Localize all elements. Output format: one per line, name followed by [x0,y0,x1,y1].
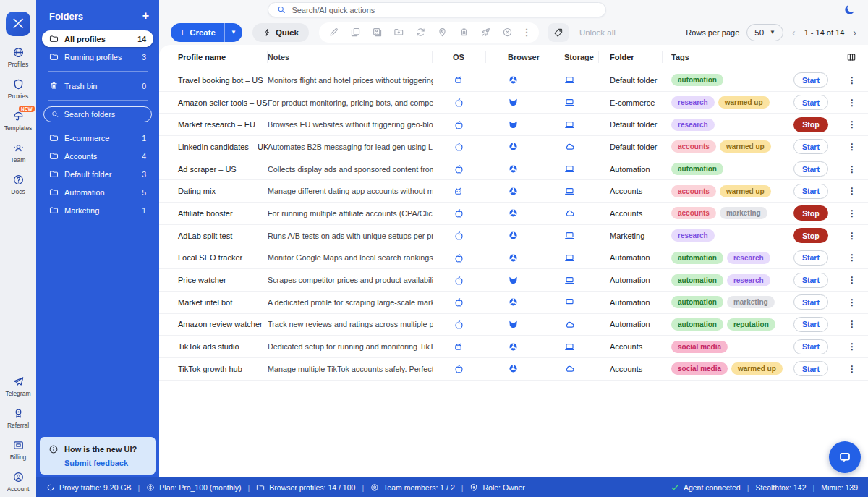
unlock-all-label[interactable]: Unlock all [579,28,616,37]
table-row[interactable]: TikTok ads studioDedicated setup for run… [159,336,868,358]
tag-research: research [671,229,715,242]
folder-item-all-profiles[interactable]: All profiles14 [42,30,153,47]
table-row[interactable]: Travel booking bot – USMonitors flight a… [159,69,868,92]
start-button[interactable]: Start [793,294,828,310]
pagination-next-button[interactable]: › [851,27,858,38]
sidebar-item-telegram[interactable]: Telegram [0,375,36,397]
start-button[interactable]: Start [793,250,828,266]
folder-item-e-commerce[interactable]: E-commerce1 [42,129,153,146]
stop-button[interactable]: Stop [793,205,828,221]
table-row[interactable]: AdLab split testRuns A/B tests on ads wi… [159,225,868,247]
row-menu-icon[interactable]: ⋮ [848,209,856,218]
column-folder[interactable]: Folder [599,51,663,63]
sidebar-item-templates[interactable]: NEWTemplates [0,110,36,132]
column-tags[interactable]: Tags [663,51,786,63]
folder-item-trash-bin[interactable]: Trash bin0 [42,77,153,94]
column-browser[interactable]: Browser [486,51,542,63]
row-menu-icon[interactable]: ⋮ [848,187,856,195]
create-button[interactable]: +Create ▼ [171,23,242,42]
edit-button[interactable] [323,22,345,43]
start-button[interactable]: Start [793,361,828,376]
start-button[interactable]: Start [793,72,828,88]
multilogin-logo[interactable]: ⤫ [6,12,30,36]
row-menu-icon[interactable]: ⋮ [848,253,856,262]
mimic-browser-icon [508,230,542,241]
sidebar-item-proxies[interactable]: Proxies [0,78,36,100]
row-menu-icon[interactable]: ⋮ [848,342,856,351]
search-folders-input[interactable] [64,110,144,119]
sidebar-item-team[interactable]: Team [0,142,36,163]
row-menu-icon[interactable]: ⋮ [848,231,856,240]
folder-count: 4 [142,152,146,161]
row-menu-icon[interactable]: ⋮ [848,365,856,373]
quick-button[interactable]: Quick [252,23,309,42]
stealthfox-browser-icon [508,275,542,286]
stop-circle-button[interactable] [497,22,519,43]
folder-item-default-folder[interactable]: Default folder3 [42,166,153,182]
sidebar-item-billing[interactable]: Billing [0,439,36,461]
table-row[interactable]: Dating mixManage different dating app ac… [159,180,868,203]
column-storage[interactable]: Storage [542,51,599,63]
global-search[interactable] [268,2,606,17]
row-menu-icon[interactable]: ⋮ [848,98,856,107]
row-menu-icon[interactable]: ⋮ [848,298,856,307]
proxy-pin-button[interactable] [432,22,454,43]
column-notes[interactable]: Notes [268,51,433,63]
column-settings-icon[interactable] [846,52,856,62]
sidebar-item-referral[interactable]: Referral [0,407,36,429]
create-dropdown-caret[interactable]: ▼ [225,29,242,35]
start-button[interactable]: Start [793,317,828,332]
duplicate-button[interactable] [345,22,367,43]
row-menu-icon[interactable]: ⋮ [848,143,856,151]
folder-item-accounts[interactable]: Accounts4 [42,148,153,164]
column-profile-name[interactable]: Profile name [159,51,268,63]
table-row[interactable]: Price watcherScrapes competitor prices a… [159,269,868,292]
live-chat-button[interactable] [829,441,861,473]
sidebar-item-profiles[interactable]: Profiles [0,46,36,68]
start-button[interactable]: Start [793,139,828,154]
table-row[interactable]: Local SEO trackerMonitor Google Maps and… [159,247,868,270]
pagination-prev-button[interactable]: ‹ [791,27,797,38]
delete-button[interactable] [454,22,475,43]
table-row[interactable]: Amazon seller tools – USFor product moni… [159,92,868,114]
search-folders-box[interactable] [43,106,152,122]
start-button[interactable]: Start [793,161,828,177]
tag-button[interactable] [548,23,569,42]
move-to-folder-button[interactable] [388,22,410,43]
start-button[interactable]: Start [793,273,828,288]
start-button[interactable]: Start [793,339,828,354]
apple-os-icon [453,230,486,241]
stop-button[interactable]: Stop [793,117,828,132]
start-button[interactable]: Start [793,95,828,110]
dark-mode-toggle-moon-icon[interactable] [843,3,856,16]
table-row[interactable]: TikTok growth hubManage multiple TikTok … [159,358,868,381]
folder-item-automation[interactable]: Automation5 [42,184,153,200]
row-menu-icon[interactable]: ⋮ [848,120,856,129]
clone-button[interactable] [367,22,388,43]
row-menu-icon[interactable]: ⋮ [848,276,856,284]
launch-button[interactable] [475,22,497,43]
table-row[interactable]: Amazon review watcherTrack new reviews a… [159,314,868,336]
add-folder-button[interactable]: + [142,10,149,22]
rows-per-page-select[interactable]: 50 ▼ [746,24,783,41]
sidebar-item-docs[interactable]: Docs [0,174,36,195]
column-os[interactable]: OS [433,51,486,63]
stop-button[interactable]: Stop [793,228,828,243]
folder-item-marketing[interactable]: Marketing1 [42,202,153,218]
row-menu-icon[interactable]: ⋮ [848,320,856,328]
apple-os-icon [453,208,486,218]
sidebar-item-account[interactable]: Account [0,471,36,493]
table-row[interactable]: Market research – EUBrowses EU websites … [159,114,868,136]
start-button[interactable]: Start [793,184,828,199]
row-menu-icon[interactable]: ⋮ [848,165,856,174]
more-icon[interactable]: ⋮ [519,22,535,43]
row-menu-icon[interactable]: ⋮ [848,76,856,85]
folder-item-running-profiles[interactable]: Running profiles3 [42,48,153,65]
table-row[interactable]: Market intel botA dedicated profile for … [159,292,868,314]
table-row[interactable]: Affiliate boosterFor running multiple af… [159,203,868,225]
submit-feedback-link[interactable]: Submit feedback [64,459,147,467]
table-row[interactable]: Ad scraper – USCollects display ads and … [159,158,868,181]
table-row[interactable]: LinkedIn candidates – UKAutomates B2B me… [159,136,868,158]
sync-button[interactable] [410,22,432,43]
global-search-input[interactable] [292,6,597,14]
